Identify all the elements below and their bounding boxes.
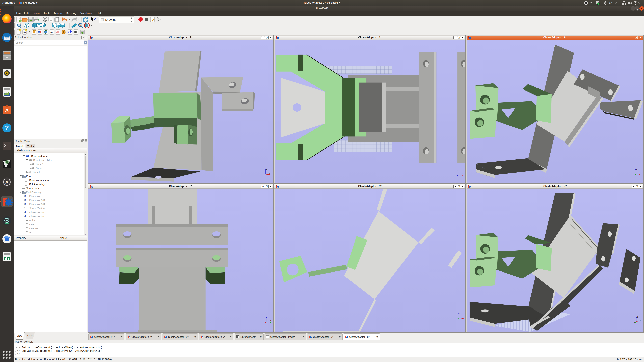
svg-text:Z: Z — [459, 312, 460, 314]
svg-text:DraftDrawing: DraftDrawing — [26, 191, 41, 194]
svg-text:A: A — [5, 107, 9, 113]
svg-text:Arc: Arc — [29, 231, 33, 234]
svg-text:Base1: Base1 — [33, 171, 40, 173]
svg-text:z: z — [636, 168, 637, 170]
svg-text:Ab: Ab — [50, 31, 53, 33]
svg-text:Dimension004: Dimension004 — [29, 211, 45, 214]
svg-text:Line001: Line001 — [29, 227, 38, 230]
svg-text:Page: Page — [26, 175, 32, 177]
svg-text:Full Assembly: Full Assembly — [29, 183, 45, 186]
svg-text:A: A — [5, 180, 8, 185]
svg-text:?: ? — [94, 17, 96, 21]
svg-text:?: ? — [5, 124, 9, 131]
svg-text:z: z — [266, 169, 267, 171]
svg-text:X: X — [462, 173, 463, 175]
svg-text:Slider axonometric: Slider axonometric — [29, 179, 50, 182]
svg-text:Slider: Slider — [36, 167, 42, 169]
svg-text:Z: Z — [637, 316, 638, 318]
svg-text:Drawing: Drawing — [105, 18, 116, 21]
svg-text:X: X — [640, 319, 641, 321]
svg-text:en: en — [609, 1, 612, 4]
svg-text:Dimension: Dimension — [29, 195, 41, 198]
svg-text:1: 1 — [613, 2, 614, 4]
svg-text:Base and slider: Base and slider — [31, 155, 48, 157]
svg-text:Base2 and slider: Base2 and slider — [33, 159, 52, 161]
svg-text:Z: Z — [267, 316, 268, 318]
svg-text:Z: Z — [456, 175, 457, 177]
svg-text:Y: Y — [456, 318, 458, 320]
svg-text:Point: Point — [29, 219, 35, 222]
svg-text:Shape2DView: Shape2DView — [29, 207, 45, 210]
svg-text:X: X — [462, 316, 464, 318]
svg-text:Spreadsheet: Spreadsheet — [26, 187, 40, 190]
svg-text:Line: Line — [29, 223, 34, 226]
svg-text:Y: Y — [270, 320, 271, 322]
svg-text:x: x — [269, 172, 270, 174]
svg-text:A3: A3 — [24, 31, 26, 33]
svg-text:Dimension005: Dimension005 — [29, 215, 45, 218]
svg-text:Base2: Base2 — [36, 163, 43, 165]
svg-text:Y: Y — [634, 321, 635, 323]
svg-text:x: x — [640, 171, 640, 173]
svg-text:Y: Y — [458, 169, 460, 171]
svg-text:Dimension002: Dimension002 — [29, 203, 45, 206]
svg-text:Dimension001: Dimension001 — [29, 199, 45, 202]
